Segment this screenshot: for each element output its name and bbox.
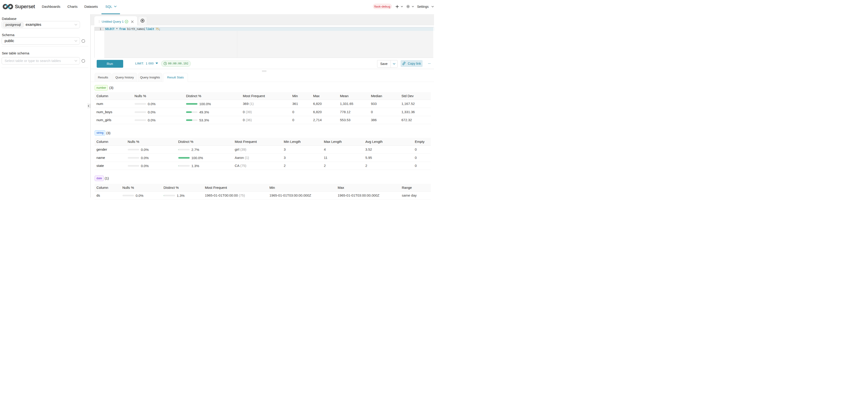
nav-item-sql[interactable]: SQL (105, 0, 117, 14)
most-frequent-value: 0 (243, 118, 245, 122)
type-tag-date: date (95, 176, 104, 181)
count-label: (1) (245, 156, 249, 159)
distinct-bar (186, 103, 197, 105)
nav-item-label: Dashboards (42, 5, 60, 8)
header-cell: Most Frequent (203, 184, 268, 191)
sqllab-left-panel: Database postgresql examples Schema publ… (0, 14, 90, 198)
save-button-label: Save (380, 62, 388, 66)
editor-gutter: 1 (95, 27, 104, 58)
chevron-down-icon (401, 6, 403, 7)
query-tab-active[interactable]: Untitled Query 1 (94, 16, 137, 26)
chevron-down-icon (74, 24, 77, 26)
table-select-placeholder: Select table or type to search tables (5, 59, 61, 63)
distinct-bar (178, 149, 190, 150)
table-cell: 1,167.52 (400, 100, 431, 108)
schema-select[interactable]: public (2, 37, 80, 44)
bar-percent-label: 0.0% (148, 110, 156, 114)
bar-percent-label: 0.0% (148, 102, 156, 106)
sidebar-resize-handle[interactable] (90, 103, 91, 108)
header-cell: Mean (338, 92, 369, 100)
table-select[interactable]: Select table or type to search tables (2, 57, 80, 64)
header-cell: Distinct % (184, 92, 241, 100)
copy-link-button[interactable]: Copy link (401, 60, 423, 67)
refresh-schemas-icon[interactable] (81, 39, 86, 43)
nav-item-dashboards[interactable]: Dashboards (42, 0, 60, 14)
save-dropdown-button[interactable] (391, 60, 398, 67)
bar-group: 53.3% (186, 118, 209, 122)
table-cell: 2 (322, 162, 364, 170)
bar-percent-label: 0.0% (141, 156, 149, 160)
query-tab-title: Untitled Query 1 (102, 20, 124, 23)
bar-fill (178, 165, 179, 166)
table-cell: 672.32 (400, 116, 431, 124)
chevron-down-icon (432, 6, 434, 7)
copy-link-label: Copy link (408, 62, 421, 65)
run-query-button[interactable]: Run (97, 60, 123, 68)
nav-item-datasets[interactable]: Datasets (84, 0, 98, 14)
table-cell: 0.0% (133, 108, 184, 116)
bar-fill (186, 119, 192, 121)
database-value: examples (26, 23, 41, 27)
table-cell: 0 (413, 145, 431, 154)
tab-results[interactable]: Results (95, 73, 112, 82)
header-cell: Most Frequent (241, 92, 291, 100)
header-cell: Avg Length (364, 138, 413, 145)
tab-query-history[interactable]: Query history (112, 73, 137, 82)
save-button[interactable]: Save (377, 60, 391, 67)
database-select[interactable]: postgresql examples (2, 21, 80, 28)
collapse-sidebar-button[interactable] (87, 103, 90, 109)
table-cell: 0 (290, 108, 311, 116)
type-tag-number: number (95, 85, 108, 91)
superset-logo[interactable]: Superset (2, 3, 35, 10)
header-cell: Distinct % (177, 138, 233, 145)
editor-text-cursor (145, 27, 145, 31)
refresh-tables-icon[interactable] (81, 59, 86, 63)
bar-fill (178, 149, 179, 150)
nav-item-charts[interactable]: Charts (67, 0, 78, 14)
table-cell: 1965-01-01T00:00:00 (75) (203, 191, 268, 198)
table-cell: 0.0% (126, 162, 177, 170)
drag-handle-dots-icon[interactable] (99, 20, 100, 23)
table-cell: 0.0% (126, 154, 177, 162)
table-cell: 553.53 (338, 116, 369, 124)
sun-icon (406, 5, 410, 8)
settings-menu[interactable]: Settings (417, 0, 434, 14)
bar-group: 0.0% (128, 156, 149, 160)
header-cell: Max (311, 92, 338, 100)
sql-editor[interactable]: 1 SELECT * from birth_names limit 75; (94, 27, 434, 58)
table-cell: 0 (413, 154, 431, 162)
sql-identifier: birth_names (126, 27, 146, 31)
theme-toggle-button[interactable] (406, 0, 414, 14)
nulls-bar (128, 165, 139, 166)
sql-keyword: limit (146, 27, 154, 31)
tab-result-stats[interactable]: Result Stats (163, 73, 188, 82)
nav-item-label: Charts (67, 5, 78, 8)
most-frequent-value: Aaron (235, 156, 244, 159)
table-cell: 100.0% (184, 100, 241, 108)
table-cell: 0.0% (121, 191, 162, 198)
new-item-button[interactable] (396, 0, 403, 14)
number-stats-table: ColumnNulls % Distinct %Most Frequent Mi… (95, 92, 431, 124)
column-name-cell: state (95, 162, 126, 170)
table-cell: 0.0% (126, 145, 177, 154)
bar-group: 0.0% (128, 164, 149, 168)
bar-group: 0.0% (128, 148, 149, 152)
new-query-tab-button[interactable] (138, 16, 147, 26)
chevron-left-icon (88, 105, 89, 107)
table-cell: 0 (39) (241, 108, 291, 116)
see-table-schema-label: See table schema (2, 51, 29, 55)
limit-dropdown[interactable]: LIMIT: 1 000 (135, 58, 158, 69)
tab-query-insights[interactable]: Query Insights (138, 73, 162, 82)
schema-value: public (5, 39, 14, 43)
caret-down-icon (155, 62, 158, 64)
more-actions-button[interactable] (428, 61, 431, 66)
close-tab-icon[interactable] (131, 20, 134, 23)
table-row: gender 0.0% 2.7% girl (39) 34 3.520 (95, 145, 431, 154)
header-cell: Median (369, 92, 400, 100)
settings-label: Settings (417, 5, 429, 8)
table-cell: 0 (413, 162, 431, 170)
most-frequent-value: CA (235, 164, 239, 168)
count-label: (75) (240, 164, 246, 168)
distinct-bar (186, 111, 197, 113)
panel-resize-handle[interactable] (262, 71, 267, 72)
